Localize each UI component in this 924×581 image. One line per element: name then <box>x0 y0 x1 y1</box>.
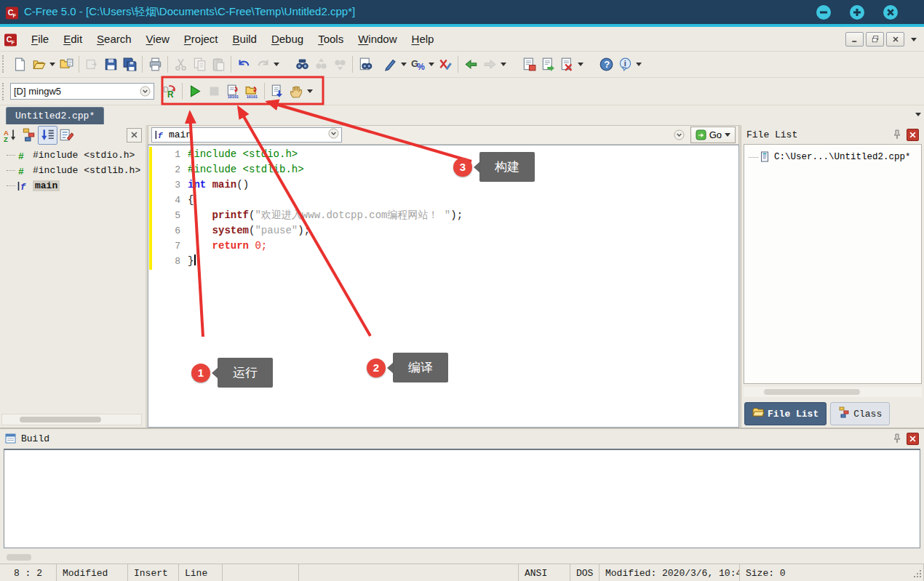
function-combo[interactable]: f main <box>151 127 342 143</box>
toolbar-options-caret-icon[interactable] <box>911 38 917 44</box>
class-view-button[interactable] <box>20 127 38 144</box>
code-line[interactable]: 1#include <stdio.h> <box>148 147 738 162</box>
save-as-button[interactable] <box>57 55 76 73</box>
save-button[interactable] <box>101 55 120 73</box>
close-button[interactable] <box>883 5 898 20</box>
go-chevron-icon[interactable] <box>674 129 685 140</box>
code-line[interactable]: 8} <box>148 254 738 269</box>
pin-icon[interactable] <box>891 129 903 140</box>
menu-search[interactable]: Search <box>89 30 139 48</box>
help-more-button[interactable] <box>634 55 643 73</box>
find-in-files-button[interactable] <box>356 55 375 73</box>
menu-help[interactable]: Help <box>405 30 442 48</box>
build-output-area[interactable] <box>4 449 920 548</box>
build-configuration-combo[interactable]: [D] mingw5 <box>10 83 154 100</box>
help-button[interactable]: ? <box>597 55 616 73</box>
tab-overflow-caret-icon[interactable] <box>915 113 921 119</box>
print-button[interactable] <box>146 55 164 73</box>
new-file-button[interactable] <box>10 55 29 73</box>
file-list-close-button[interactable] <box>907 129 919 141</box>
build-panel-close-button[interactable] <box>907 433 919 445</box>
resize-grip[interactable] <box>913 569 922 578</box>
about-button[interactable]: i <box>616 55 634 73</box>
export-file-button[interactable] <box>538 55 557 73</box>
menu-edit[interactable]: Edit <box>56 30 89 48</box>
compile-button[interactable]: 10101 <box>223 82 242 101</box>
status-cell-1: Modified <box>57 564 128 581</box>
go-icon <box>696 129 706 140</box>
insert-snippet-button[interactable] <box>519 55 538 73</box>
combo-chevron-icon[interactable] <box>140 86 151 97</box>
undo-more-button[interactable] <box>272 55 281 73</box>
build-window-icon <box>5 433 17 444</box>
goto-line-button[interactable]: G% <box>408 55 427 73</box>
go-button[interactable]: Go <box>690 127 736 143</box>
menu-debug[interactable]: Debug <box>264 30 311 48</box>
outline-item[interactable]: fmain <box>0 178 144 193</box>
mdi-minimize-button[interactable] <box>845 32 864 47</box>
tab-untitled2[interactable]: Untitled2.cpp* <box>6 107 104 124</box>
file-list-item[interactable]: C:\User...\Untitled2.cpp* <box>744 151 921 163</box>
code-line[interactable]: 3int main() <box>148 177 738 193</box>
format-marker-button[interactable] <box>381 55 399 73</box>
scrollbar-thumb[interactable] <box>764 389 860 395</box>
toolbar-drag-handle[interactable] <box>2 83 7 100</box>
build-button[interactable]: 10101 <box>242 82 261 101</box>
maximize-button[interactable] <box>850 5 864 20</box>
format-marker-dropdown[interactable] <box>399 55 408 73</box>
remove-item-button[interactable] <box>557 55 576 73</box>
toolbar-drag-handle[interactable] <box>2 55 7 73</box>
panel-tab-class[interactable]: Class <box>830 402 890 425</box>
menu-project[interactable]: Project <box>177 30 226 48</box>
find-button[interactable] <box>292 55 311 73</box>
clear-marks-button[interactable] <box>436 55 455 73</box>
file-list-horizontal-scrollbar[interactable] <box>744 387 922 397</box>
code-line[interactable]: 7 return 0; <box>148 239 738 254</box>
details-view-button[interactable] <box>57 127 76 144</box>
window-title: C-Free 5.0 - [C:\Users\轻烟\Documents\C-Fr… <box>24 5 355 19</box>
line-number: 5 <box>148 208 188 223</box>
menu-tools[interactable]: Tools <box>311 30 351 48</box>
folder16-icon <box>752 406 764 421</box>
code-area[interactable]: 1#include <stdio.h>2#include <stdlib.h>3… <box>148 145 739 428</box>
debug-pause-button[interactable] <box>287 82 306 101</box>
go-caret-icon[interactable] <box>725 133 730 140</box>
undo-button[interactable] <box>234 55 253 73</box>
menu-window[interactable]: Window <box>351 30 404 48</box>
run-button[interactable] <box>186 82 204 101</box>
goto-line-dropdown[interactable] <box>427 55 436 73</box>
find-next-button <box>311 55 330 73</box>
menu-file[interactable]: File <box>24 30 56 48</box>
sort-alphabetically-button[interactable]: AZ <box>1 127 20 144</box>
save-all-button[interactable] <box>120 55 139 73</box>
open-file-button[interactable] <box>29 55 48 73</box>
code-line[interactable]: 4{ <box>148 193 738 208</box>
svg-text:#: # <box>18 151 24 161</box>
code-line[interactable]: 6 system("pause"); <box>148 223 738 239</box>
outline-close-button[interactable] <box>127 128 142 143</box>
code-line[interactable]: 5 printf("欢迎进入www.dotcpp.com编程网站！ "); <box>148 208 738 223</box>
build-panel-title: Build <box>21 433 49 444</box>
mdi-restore-button[interactable] <box>866 32 884 47</box>
outline-item[interactable]: ##include <stdio.h> <box>0 148 144 163</box>
nav-more-button[interactable] <box>499 55 508 73</box>
list-view-button[interactable] <box>38 126 57 145</box>
pin-icon[interactable] <box>891 433 903 444</box>
scrollbar-thumb[interactable] <box>20 417 101 422</box>
open-file-dropdown[interactable] <box>48 55 57 73</box>
build-more-button[interactable] <box>306 82 314 101</box>
menu-view[interactable]: View <box>139 30 177 48</box>
outline-item[interactable]: ##include <stdlib.h> <box>0 163 144 178</box>
docs-more-button[interactable] <box>576 55 585 73</box>
rebuild-button[interactable] <box>268 82 287 101</box>
outline-horizontal-scrollbar[interactable] <box>1 414 142 425</box>
code-line[interactable]: 2#include <stdlib.h> <box>148 162 738 177</box>
panel-tab-file-list[interactable]: File List <box>744 402 827 425</box>
minimize-button[interactable] <box>816 5 831 20</box>
menu-build[interactable]: Build <box>226 30 264 48</box>
build-scrollbar-thumb[interactable] <box>7 554 31 561</box>
switch-debug-release-button[interactable]: DR <box>160 82 179 101</box>
nav-back-button[interactable] <box>461 55 480 73</box>
mdi-close-button[interactable] <box>886 32 904 47</box>
function-combo-chevron-icon[interactable] <box>328 128 339 142</box>
